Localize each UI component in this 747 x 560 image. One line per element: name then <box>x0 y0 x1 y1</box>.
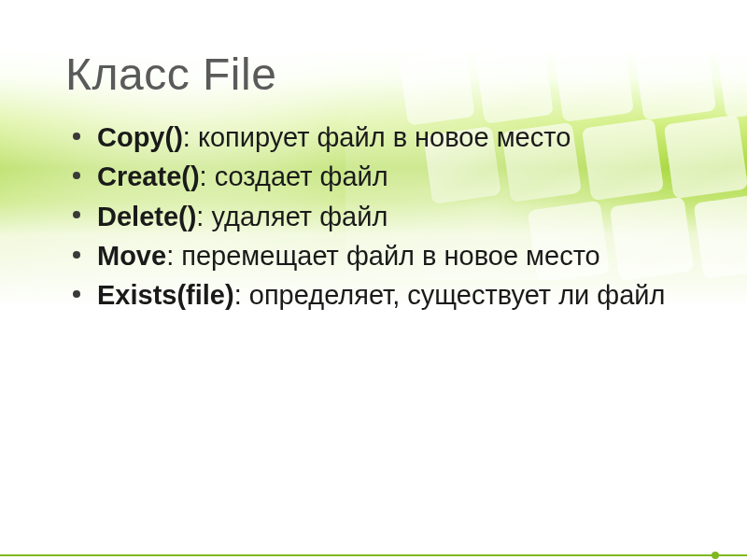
footer-dot <box>712 552 719 559</box>
method-name: Move <box>97 241 166 271</box>
method-desc: : копирует файл в новое место <box>183 122 571 152</box>
list-item: Create(): создает файл <box>73 160 710 193</box>
method-name: Exists(file) <box>97 280 234 310</box>
method-desc: : удаляет файл <box>196 202 388 231</box>
list-item: Move: перемещает файл в новое место <box>73 239 710 273</box>
method-name: Create() <box>97 161 200 191</box>
method-desc: : определяет, существует ли файл <box>234 280 666 310</box>
method-desc: : перемещает файл в новое место <box>166 241 600 271</box>
method-name: Copy() <box>97 122 183 152</box>
method-desc: : создает файл <box>200 161 388 191</box>
slide: Класс File Copy(): копирует файл в новое… <box>0 0 747 560</box>
method-name: Delete() <box>97 202 196 231</box>
bullet-list: Copy(): копирует файл в новое место Crea… <box>65 120 710 312</box>
footer-line <box>0 554 747 556</box>
list-item: Exists(file): определяет, существует ли … <box>73 278 710 312</box>
slide-content: Класс File Copy(): копирует файл в новое… <box>65 49 710 317</box>
slide-title: Класс File <box>65 49 710 100</box>
list-item: Delete(): удаляет файл <box>73 200 710 233</box>
list-item: Copy(): копирует файл в новое место <box>73 120 710 154</box>
